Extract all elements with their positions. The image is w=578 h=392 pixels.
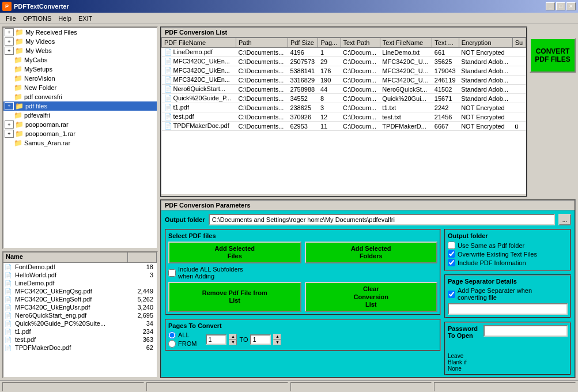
table-cell: 3 bbox=[318, 103, 341, 112]
select-pdf-group-title: Select PDF files bbox=[168, 232, 437, 239]
add-selected-folders-button[interactable]: Add SelectedFolders bbox=[305, 242, 438, 263]
browse-button[interactable]: ... bbox=[558, 214, 571, 225]
all-radio-label[interactable]: ALL bbox=[168, 331, 197, 339]
all-radio[interactable] bbox=[168, 331, 176, 339]
list-item[interactable]: 📄 MFC3420C_UkEngUsr.pdf 3,240 bbox=[3, 303, 157, 311]
tree-item-mycabs[interactable]: 📁 MyCabs bbox=[3, 55, 157, 65]
password-input[interactable] bbox=[483, 325, 568, 337]
table-row[interactable]: 📄LineDemo.pdfC:\Documents...41961C:\Docu… bbox=[162, 48, 526, 57]
list-item[interactable]: 📄 HelloWorld.pdf 3 bbox=[3, 271, 157, 279]
from-number-input[interactable] bbox=[206, 334, 226, 345]
tree-expand-icon[interactable]: + bbox=[5, 130, 14, 138]
use-same-checkbox[interactable] bbox=[448, 242, 455, 249]
convert-pdf-files-button[interactable]: CONVERTPDF FILES bbox=[530, 38, 576, 73]
list-item[interactable]: 📄 Quick%20Guide_PC%20Suite... 34 bbox=[3, 319, 157, 327]
menu-file[interactable]: File bbox=[2, 14, 20, 23]
tree-label: NeroVision bbox=[24, 75, 55, 82]
col-text-filename[interactable]: Text FileName bbox=[380, 38, 432, 48]
list-item[interactable]: 📄 FontDemo.pdf 18 bbox=[3, 263, 157, 271]
table-cell: MFC3420C_U... bbox=[380, 76, 432, 85]
tree-scroll[interactable]: + 📁 My Received Files + 📁 My Videos + 📁 … bbox=[3, 28, 157, 248]
col-pdf-filename[interactable]: PDF FileName bbox=[162, 38, 236, 48]
table-row[interactable]: 📄Nero6QuickStart...C:\Documents...275898… bbox=[162, 85, 526, 94]
menu-exit[interactable]: EXIT bbox=[75, 14, 96, 23]
menu-help[interactable]: Help bbox=[55, 14, 75, 23]
from-radio[interactable] bbox=[168, 340, 176, 348]
to-spin[interactable]: ▲ ▼ bbox=[273, 334, 281, 345]
include-pdf-info-checkbox[interactable] bbox=[448, 259, 455, 266]
from-spin[interactable]: ▲ ▼ bbox=[229, 334, 237, 345]
tree-item-my-webs[interactable]: + 📁 My Webs bbox=[3, 46, 157, 55]
clear-conversion-list-button[interactable]: ClearConversionList bbox=[305, 282, 438, 312]
table-row[interactable]: 📄test.pdfC:\Documents...37092612C:\Docum… bbox=[162, 112, 526, 122]
col-text[interactable]: Text ... bbox=[432, 38, 459, 48]
folder-icon: 📁 bbox=[14, 84, 22, 92]
col-encryption[interactable]: Encryption bbox=[459, 38, 512, 48]
tree-item-my-received-files[interactable]: + 📁 My Received Files bbox=[3, 28, 157, 37]
tree-item-samus-aran-rar[interactable]: 📁 Samus_Aran.rar bbox=[3, 138, 157, 148]
separator-text-input[interactable] bbox=[448, 303, 568, 315]
tree-expand-icon[interactable]: + bbox=[5, 47, 14, 55]
list-item[interactable]: 📄 MFC3420C_UkEngSoft.pdf 5,262 bbox=[3, 295, 157, 303]
tree-item-poopooman-1-rar[interactable]: + 📁 poopooman_1.rar bbox=[3, 129, 157, 138]
table-cell: Standard Adob... bbox=[459, 94, 512, 103]
table-row[interactable]: 📄MFC3420C_UkEn...C:\Documents...53881411… bbox=[162, 66, 526, 76]
list-item[interactable]: 📄 MFC3420C_UkEngQsg.pdf 2,449 bbox=[3, 287, 157, 295]
tree-expand-icon[interactable]: + bbox=[5, 120, 14, 129]
col-text-path[interactable]: Text Path bbox=[341, 38, 380, 48]
table-row[interactable]: 📄Quick%20Guide_P...C:\Documents...345528… bbox=[162, 94, 526, 103]
folder-icon: 📁 bbox=[14, 74, 22, 82]
include-subfolders-label: Include ALL Subfolderswhen Adding bbox=[178, 266, 243, 280]
table-row[interactable]: 📄MFC3420C_UkEn...C:\Documents...33168291… bbox=[162, 76, 526, 85]
list-item[interactable]: 📄 Nero6QuickStart_eng.pdf 2,695 bbox=[3, 311, 157, 319]
table-cell: NOT Encrypted bbox=[459, 103, 512, 112]
add-separator-checkbox[interactable] bbox=[448, 291, 455, 298]
minimize-button[interactable]: _ bbox=[546, 2, 555, 10]
tree-expand-icon[interactable]: + bbox=[5, 37, 14, 46]
remove-pdf-file-button[interactable]: Remove Pdf File fromList bbox=[168, 282, 301, 312]
add-selected-files-button[interactable]: Add SelectedFiles bbox=[168, 242, 301, 263]
col-path[interactable]: Path bbox=[236, 38, 288, 48]
table-row[interactable]: 📄TPDFMakerDoc.pdfC:\Documents...6295311C… bbox=[162, 122, 526, 131]
to-number-input[interactable] bbox=[250, 334, 271, 345]
from-radio-label[interactable]: FROM bbox=[168, 340, 197, 348]
table-row[interactable]: 📄t1.pdfC:\Documents...2386253C:\Docum...… bbox=[162, 103, 526, 112]
tree-expand-icon[interactable]: + bbox=[5, 102, 14, 110]
col-su[interactable]: Su bbox=[512, 38, 526, 48]
conversion-table: PDF FileName Path Pdf Size Pag... Text P… bbox=[161, 37, 526, 131]
table-container[interactable]: PDF FileName Path Pdf Size Pag... Text P… bbox=[161, 37, 526, 194]
password-group-title: Password To Open bbox=[448, 325, 481, 339]
maximize-button[interactable]: □ bbox=[556, 2, 565, 10]
col-pdf-size[interactable]: Pdf Size bbox=[288, 38, 318, 48]
tree-item-my-videos[interactable]: + 📁 My Videos bbox=[3, 37, 157, 46]
tree-item-mysetups[interactable]: 📁 MySetups bbox=[3, 65, 157, 74]
table-cell: 📄t1.pdf bbox=[162, 103, 236, 112]
to-spin-up[interactable]: ▲ bbox=[273, 334, 281, 340]
tree-item-pdf-files[interactable]: + 📁 pdf files bbox=[3, 101, 157, 111]
overwrite-checkbox[interactable] bbox=[448, 250, 455, 258]
output-folder-input[interactable] bbox=[209, 214, 555, 225]
from-spin-up[interactable]: ▲ bbox=[229, 334, 237, 340]
list-item[interactable]: 📄 test.pdf 363 bbox=[3, 336, 157, 344]
include-subfolders-checkbox[interactable] bbox=[168, 269, 176, 277]
tree-item-poopooman-rar[interactable]: + 📁 poopooman.rar bbox=[3, 120, 157, 129]
include-pdf-info-row: Include PDF Information bbox=[448, 259, 568, 266]
tree-item-nerovision[interactable]: 📁 NeroVision bbox=[3, 74, 157, 83]
table-cell: 2758988 bbox=[288, 85, 318, 94]
tree-expand-icon[interactable]: + bbox=[5, 28, 14, 36]
col-pages[interactable]: Pag... bbox=[318, 38, 341, 48]
to-spin-down[interactable]: ▼ bbox=[273, 340, 281, 345]
list-item[interactable]: 📄 TPDFMakerDoc.pdf 62 bbox=[3, 344, 157, 352]
tree-item-pdf-conversfri[interactable]: 📁 pdf conversfri bbox=[3, 92, 157, 101]
close-button[interactable]: ✕ bbox=[566, 2, 576, 10]
menu-options[interactable]: OPTIONS bbox=[20, 14, 55, 23]
table-row[interactable]: 📄MFC3420C_UkEn...C:\Documents...25075732… bbox=[162, 57, 526, 66]
from-spin-down[interactable]: ▼ bbox=[229, 340, 237, 345]
list-item[interactable]: 📄 LineDemo.pdf bbox=[3, 279, 157, 287]
file-list-scroll[interactable]: 📄 FontDemo.pdf 18 📄 HelloWorld.pdf 3 📄 L… bbox=[3, 263, 157, 377]
tree-label: poopooman_1.rar bbox=[25, 130, 75, 137]
tree-item-pdfevalfri[interactable]: 📁 pdfevalfri bbox=[3, 111, 157, 120]
list-item[interactable]: 📄 t1.pdf 234 bbox=[3, 327, 157, 336]
table-cell: 176 bbox=[318, 66, 341, 76]
tree-item-new-folder[interactable]: 📁 New Folder bbox=[3, 83, 157, 92]
